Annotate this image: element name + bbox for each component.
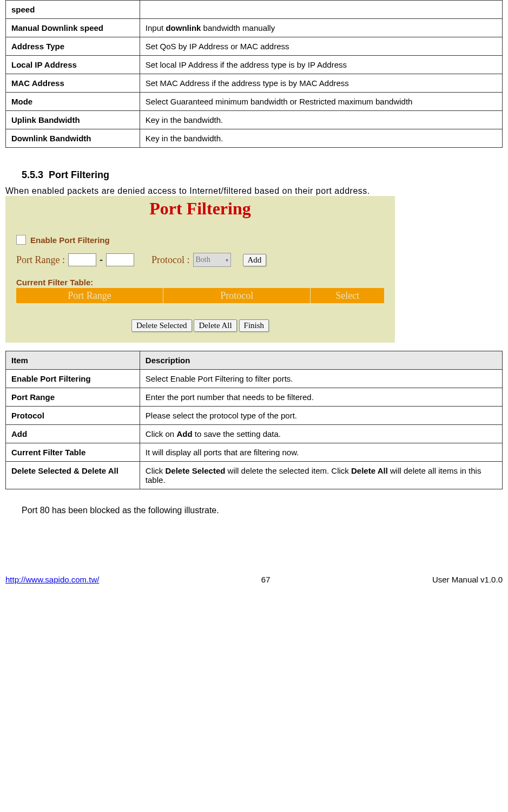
port-range-end-input[interactable]	[106, 253, 134, 266]
protocol-label: Protocol :	[151, 254, 190, 266]
desc-cell: Select Enable Port Filtering to filter p…	[140, 370, 502, 388]
desc-cell: Set QoS by IP Address or MAC address	[140, 37, 502, 56]
table-header-row: Item Description	[6, 351, 503, 370]
header-desc: Description	[140, 351, 502, 370]
delete-all-button[interactable]: Delete All	[194, 319, 236, 332]
item-cell: Manual Downlink speed	[6, 19, 140, 37]
port-range-row: Port Range : - Protocol : Both ▾ Add	[16, 253, 384, 267]
item-cell: Address Type	[6, 37, 140, 56]
column-port-range: Port Range	[16, 288, 163, 303]
table-row: Current Filter Table It will display all…	[6, 443, 503, 462]
footer-page-number: 67	[261, 575, 271, 584]
desc-cell: Click on Add to save the setting data.	[140, 425, 502, 443]
desc-cell: Please select the protocol type of the p…	[140, 407, 502, 425]
table-row: Enable Port Filtering Select Enable Port…	[6, 370, 503, 388]
filter-table-header: Port Range Protocol Select	[16, 288, 384, 303]
table-row: Port Range Enter the port number that ne…	[6, 388, 503, 407]
desc-cell: Click Delete Selected will delete the se…	[140, 462, 502, 489]
table-row: Address Type Set QoS by IP Address or MA…	[6, 37, 503, 56]
footer-version: User Manual v1.0.0	[432, 575, 503, 584]
panel-title: Port Filtering	[5, 196, 395, 227]
table-row: Mode Select Guaranteed minimum bandwidth…	[6, 93, 503, 111]
table-row: Local IP Address Set local IP Address if…	[6, 56, 503, 74]
intro-text: When enabled packets are denied access t…	[5, 186, 503, 196]
column-select: Select	[311, 288, 384, 303]
port-filtering-panel: Port Filtering Enable Port Filtering Por…	[5, 196, 395, 343]
table-row: Delete Selected & Delete All Click Delet…	[6, 462, 503, 489]
header-item: Item	[6, 351, 140, 370]
table-row: Add Click on Add to save the setting dat…	[6, 425, 503, 443]
desc-cell: Key in the bandwidth.	[140, 111, 502, 129]
footer-url: http://www.sapido.com.tw/	[5, 575, 99, 584]
item-cell: Add	[6, 425, 140, 443]
port-range-start-input[interactable]	[68, 253, 96, 266]
enable-label: Enable Port Filtering	[30, 235, 110, 245]
item-cell: Uplink Bandwidth	[6, 111, 140, 129]
enable-port-filtering-checkbox[interactable]	[16, 235, 26, 245]
port-filtering-description-table: Item Description Enable Port Filtering S…	[5, 351, 503, 489]
item-cell: Downlink Bandwidth	[6, 129, 140, 148]
table-row: Protocol Please select the protocol type…	[6, 407, 503, 425]
body-text: Port 80 has been blocked as the followin…	[22, 506, 503, 515]
qos-parameter-table: speed Manual Downlink speed Input downli…	[5, 0, 503, 148]
desc-cell: Select Guaranteed minimum bandwidth or R…	[140, 93, 502, 111]
desc-cell: Enter the port number that needs to be f…	[140, 388, 502, 407]
current-filter-table-label: Current Filter Table:	[16, 278, 384, 287]
table-row: speed	[6, 1, 503, 19]
column-protocol: Protocol	[163, 288, 311, 303]
item-cell: Local IP Address	[6, 56, 140, 74]
desc-cell: Input downlink bandwidth manually	[140, 19, 502, 37]
add-button[interactable]: Add	[243, 254, 267, 266]
section-heading: 5.5.3 Port Filtering	[22, 169, 503, 181]
dash-separator: -	[100, 254, 103, 266]
item-cell: Mode	[6, 93, 140, 111]
protocol-dropdown[interactable]: Both ▾	[193, 253, 231, 267]
table-row: Downlink Bandwidth Key in the bandwidth.	[6, 129, 503, 148]
enable-checkbox-row: Enable Port Filtering	[16, 235, 384, 245]
item-cell: Port Range	[6, 388, 140, 407]
desc-cell: Set local IP Address if the address type…	[140, 56, 502, 74]
desc-cell: Key in the bandwidth.	[140, 129, 502, 148]
item-cell: speed	[6, 1, 140, 19]
item-cell: Delete Selected & Delete All	[6, 462, 140, 489]
item-cell: Protocol	[6, 407, 140, 425]
filter-table: Port Range Protocol Select	[16, 288, 384, 303]
finish-button[interactable]: Finish	[239, 319, 269, 332]
desc-cell	[140, 1, 502, 19]
item-cell: Enable Port Filtering	[6, 370, 140, 388]
port-range-label: Port Range :	[16, 254, 65, 266]
table-row: Manual Downlink speed Input downlink ban…	[6, 19, 503, 37]
table-row: Uplink Bandwidth Key in the bandwidth.	[6, 111, 503, 129]
bottom-buttons: Delete Selected Delete All Finish	[16, 319, 384, 332]
page-footer: http://www.sapido.com.tw/ 67 User Manual…	[0, 575, 508, 590]
delete-selected-button[interactable]: Delete Selected	[131, 319, 192, 332]
item-cell: Current Filter Table	[6, 443, 140, 462]
desc-cell: Set MAC Address if the address type is b…	[140, 74, 502, 93]
table-row: MAC Address Set MAC Address if the addre…	[6, 74, 503, 93]
item-cell: MAC Address	[6, 74, 140, 93]
desc-cell: It will display all ports that are filte…	[140, 443, 502, 462]
chevron-down-icon: ▾	[226, 257, 228, 263]
